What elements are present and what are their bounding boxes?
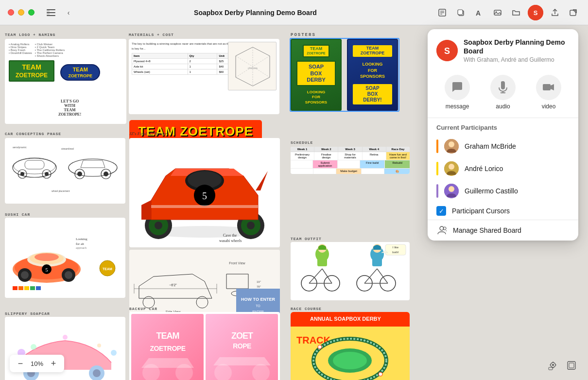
outfit-label: TEAM OUTFIT [291,233,322,242]
svg-text:Looking: Looking [76,237,87,241]
fullscreen-icon[interactable] [565,359,578,372]
maximize-button[interactable] [28,9,35,16]
svg-rect-3 [47,9,50,16]
svg-text:wheel placement: wheel placement [52,190,70,192]
svg-text:S: S [534,9,538,17]
minimize-button[interactable] [18,9,24,16]
svg-point-147 [449,141,454,147]
audio-action[interactable]: audio [490,75,516,110]
bottom-right-tools [546,359,578,372]
message-icon [445,75,470,100]
participant-avatar-guillermo [444,184,459,198]
svg-text:chassis: chassis [248,67,258,69]
car-concept-label: CAR CONCEPTING PHASE [5,128,61,137]
slippery-label: SLIPPERY SOAPCAR [5,308,50,317]
svg-point-111 [63,335,68,340]
popup-actions: message audio video [428,70,578,118]
participant-andre[interactable]: André Lorico [428,157,578,180]
video-icon [536,75,561,100]
popup-board-avatar: S [436,40,458,61]
svg-text:aerodynamic: aerodynamic [13,146,27,149]
participant-color-bar-guillermo [436,184,438,198]
svg-point-113 [31,344,36,350]
video-action[interactable]: video [536,75,561,110]
svg-rect-48 [151,205,258,208]
race-course-area: ANNUAL SOAPBOX DERBY TRACK LAYOUT [291,312,410,380]
outfit-area: I like both! [291,242,410,300]
svg-rect-67 [36,286,41,290]
share-icon[interactable] [548,6,562,19]
svg-point-151 [449,186,454,192]
message-label: message [446,103,469,110]
participant-name-graham: Graham McBride [465,142,516,150]
svg-point-108 [93,369,101,377]
participant-color-bar-graham [436,139,438,153]
message-action[interactable]: message [445,75,470,110]
participant-name-guillermo: Guillermo Castillo [465,187,518,195]
svg-text:S: S [444,46,450,56]
svg-text:both!: both! [392,251,399,254]
close-button[interactable] [8,9,14,16]
svg-point-43 [247,222,255,229]
svg-rect-9 [458,10,463,15]
zoom-in-button[interactable]: + [48,358,59,369]
car-concept-area: aerodynamic streamlined wheel placement [5,138,125,204]
video-label: video [542,103,556,110]
svg-text:5: 5 [45,267,48,273]
manage-label: Manage Shared Board [453,226,521,234]
schedule-label: SCHEDULE [291,137,313,146]
materials-label: MATERIALS + COST [129,29,174,38]
collaboration-popup: S Soapbox Derby Planning Demo Board With… [428,29,578,241]
svg-point-110 [111,350,117,356]
participant-graham[interactable]: Graham McBride [428,135,578,157]
sidebar-toggle-icon[interactable] [44,6,58,19]
svg-text:ZOETROPE: ZOETROPE [150,345,185,352]
svg-text:A: A [476,9,481,17]
participant-name-andre: André Lorico [465,165,503,173]
new-window-icon[interactable] [567,6,580,19]
svg-point-137 [552,364,554,366]
audio-label: audio [496,103,510,110]
svg-text:Cave the: Cave the [223,233,237,238]
manage-icon [436,225,447,236]
backup-label: BACKUP CAR [129,303,157,312]
window-title: Soapbox Derby Planning Demo Board [75,9,435,17]
participant-cursors-toggle[interactable]: ✓ Participant Cursors [428,202,578,220]
svg-point-135 [379,372,382,376]
manage-shared-board-item[interactable]: Manage Shared Board [428,220,578,241]
text-icon[interactable]: A [472,6,486,19]
copy-icon[interactable] [454,6,467,19]
render-label: JZ's Final 3D Render [129,128,167,137]
materials-area: The key to building a winning soapbox ra… [129,39,279,114]
svg-point-60 [65,271,72,279]
participant-guillermo[interactable]: Guillermo Castillo [428,180,578,202]
svg-text:ANNUAL SOAPBOX DERBY: ANNUAL SOAPBOX DERBY [310,316,381,322]
cursors-label: Participant Cursors [452,207,510,215]
back-icon[interactable]: ‹ [62,6,75,19]
nav-controls: ‹ [44,6,75,19]
svg-rect-66 [30,286,35,290]
svg-text:TEAM: TEAM [103,267,112,271]
zoom-value: 10% [28,360,46,367]
cursors-checkbox[interactable]: ✓ [436,206,446,216]
svg-rect-140 [569,363,574,368]
popup-header: S Soapbox Derby Planning Demo Board With… [428,29,578,70]
svg-rect-28 [25,160,44,169]
folder-icon[interactable] [509,6,523,19]
svg-text:78": 78" [257,285,261,288]
svg-text:approach: approach [76,246,86,249]
poster-blue: TEAMZOETROPE LOOKINGFORSPONSORS SOAPBOXD… [347,39,398,111]
user-avatar[interactable]: S [528,5,543,20]
svg-rect-87 [317,256,327,266]
zoom-out-button[interactable]: − [15,358,26,369]
zoom-toolbar: − 10% + [10,355,64,372]
svg-rect-11 [494,10,501,15]
svg-point-112 [97,344,101,347]
note-icon[interactable] [435,6,449,19]
svg-point-134 [318,345,322,349]
media-icon[interactable] [491,6,504,19]
svg-point-123 [252,364,270,380]
fit-to-screen-icon[interactable] [546,359,560,372]
participant-color-bar-andre [436,162,438,175]
participant-avatar-graham [444,139,459,154]
